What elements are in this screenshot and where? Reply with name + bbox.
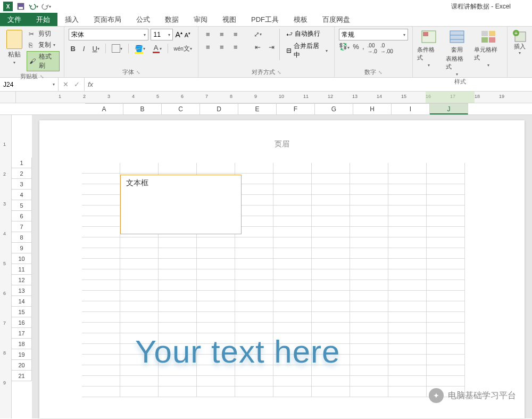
cell[interactable]	[312, 174, 350, 184]
cell[interactable]	[82, 216, 120, 227]
cell[interactable]	[159, 312, 197, 323]
column-header-A[interactable]: A	[85, 103, 123, 114]
cell[interactable]	[120, 248, 159, 259]
font-size-select[interactable]: 11▾	[151, 29, 173, 40]
cell[interactable]	[159, 259, 197, 269]
indent-decrease-button[interactable]: ⇤	[253, 42, 263, 52]
cell[interactable]	[388, 387, 427, 397]
row-header-5[interactable]: 5	[12, 200, 32, 211]
increase-decimal-button[interactable]: .00→.0	[368, 43, 377, 54]
cell[interactable]	[82, 365, 120, 376]
cell[interactable]	[82, 195, 120, 206]
cell[interactable]	[388, 312, 427, 323]
row-header-12[interactable]: 12	[12, 275, 32, 285]
tab-template[interactable]: 模板	[286, 13, 315, 26]
cell[interactable]	[159, 269, 197, 280]
cell[interactable]	[235, 269, 273, 280]
cell[interactable]	[273, 269, 312, 280]
cell[interactable]	[312, 323, 350, 333]
cell[interactable]	[82, 269, 120, 280]
row-header-11[interactable]: 11	[12, 264, 32, 275]
cell[interactable]	[235, 323, 273, 333]
align-center-button[interactable]: ≡	[217, 42, 227, 52]
cell[interactable]	[312, 269, 350, 280]
cell[interactable]	[273, 323, 312, 333]
cell[interactable]	[312, 195, 350, 206]
cell[interactable]	[82, 301, 120, 312]
cell[interactable]	[388, 227, 427, 237]
cell[interactable]	[388, 333, 427, 344]
cell[interactable]	[197, 291, 235, 301]
cell[interactable]	[312, 291, 350, 301]
cell[interactable]	[82, 376, 120, 387]
cancel-formula-button[interactable]: ✕	[63, 80, 69, 88]
cell[interactable]	[235, 387, 273, 397]
cell[interactable]	[120, 301, 159, 312]
cell[interactable]	[350, 206, 388, 216]
cell[interactable]	[273, 237, 312, 248]
cell[interactable]	[388, 344, 427, 355]
cell[interactable]	[120, 323, 159, 333]
tab-review[interactable]: 审阅	[186, 13, 215, 26]
merge-center-button[interactable]: ⊟合并后居中▾	[284, 41, 330, 60]
enter-formula-button[interactable]: ✓	[74, 80, 80, 88]
row-header-15[interactable]: 15	[12, 307, 32, 317]
cell[interactable]	[197, 387, 235, 397]
fill-color-button[interactable]: 🪣▾	[133, 44, 147, 54]
cell[interactable]	[120, 269, 159, 280]
row-header-20[interactable]: 20	[12, 360, 32, 371]
tab-pdf[interactable]: PDF工具	[244, 13, 286, 26]
cell[interactable]	[120, 291, 159, 301]
cut-button[interactable]: ✂剪切	[27, 29, 60, 39]
cell[interactable]	[120, 376, 159, 387]
comma-button[interactable]: ,	[362, 43, 364, 54]
column-header-D[interactable]: D	[200, 103, 238, 114]
row-header-17[interactable]: 17	[12, 328, 32, 339]
cell[interactable]	[350, 387, 388, 397]
cell[interactable]	[427, 323, 465, 333]
cell[interactable]	[350, 323, 388, 333]
number-format-select[interactable]: 常规▾	[339, 29, 408, 40]
cell[interactable]	[388, 259, 427, 269]
cell[interactable]	[120, 163, 159, 174]
row-header-9[interactable]: 9	[12, 243, 32, 253]
cell[interactable]	[427, 206, 465, 216]
format-painter-button[interactable]: 🖌格式刷	[27, 51, 60, 71]
cell[interactable]	[197, 312, 235, 323]
cell[interactable]	[273, 163, 312, 174]
cell[interactable]	[350, 259, 388, 269]
cell[interactable]	[427, 248, 465, 259]
row-header-10[interactable]: 10	[12, 253, 32, 264]
column-header-J[interactable]: J	[430, 103, 468, 114]
cell[interactable]	[120, 259, 159, 269]
cell[interactable]	[388, 355, 427, 365]
cell[interactable]	[427, 280, 465, 291]
redo-button[interactable]: ▾	[41, 2, 51, 11]
cell[interactable]	[273, 227, 312, 237]
cell[interactable]	[350, 344, 388, 355]
align-bottom-button[interactable]: ≡	[230, 29, 241, 39]
cell[interactable]	[350, 312, 388, 323]
cell[interactable]	[120, 387, 159, 397]
cell[interactable]	[197, 259, 235, 269]
tab-insert[interactable]: 插入	[57, 13, 86, 26]
cell[interactable]	[82, 355, 120, 365]
cell[interactable]	[82, 227, 120, 237]
cell[interactable]	[235, 259, 273, 269]
cell[interactable]	[159, 387, 197, 397]
cell[interactable]	[388, 184, 427, 195]
tab-data[interactable]: 数据	[157, 13, 186, 26]
cell[interactable]	[159, 376, 197, 387]
cell[interactable]	[350, 280, 388, 291]
cell[interactable]	[350, 163, 388, 174]
cell[interactable]	[159, 237, 197, 248]
cell-styles-button[interactable]: 单元格样式▾	[474, 29, 503, 77]
row-header-1[interactable]: 1	[12, 158, 32, 168]
cell[interactable]	[388, 301, 427, 312]
cell[interactable]	[197, 269, 235, 280]
cell[interactable]	[350, 184, 388, 195]
cell[interactable]	[197, 237, 235, 248]
cell[interactable]	[427, 312, 465, 323]
cell[interactable]	[388, 323, 427, 333]
cell[interactable]	[312, 206, 350, 216]
